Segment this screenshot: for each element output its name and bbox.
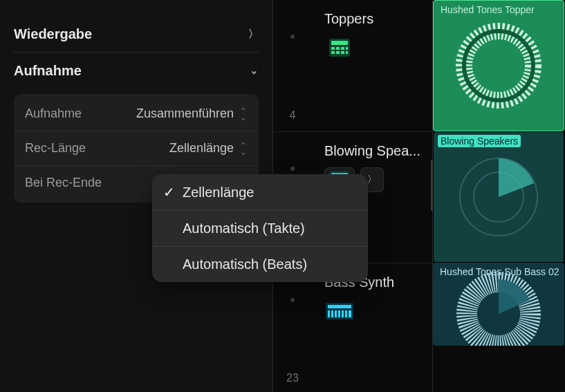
svg-rect-2 <box>331 47 335 50</box>
svg-rect-23 <box>331 310 333 317</box>
record-mode-label: Aufnahme <box>25 106 82 121</box>
checkmark-icon: ✓ <box>163 184 183 200</box>
waveform-ring-icon <box>447 265 550 346</box>
loop-cell[interactable]: Hushed Tones Topper <box>433 0 564 131</box>
track-row[interactable]: 4 Toppers <box>273 0 434 131</box>
playback-title: Wiedergabe <box>14 26 92 42</box>
svg-rect-26 <box>342 310 344 317</box>
track-number: 4 <box>290 109 296 122</box>
dropdown-item-zellenlaenge[interactable]: ✓ Zellenlänge <box>152 174 368 210</box>
dropdown-item-label: Automatisch (Takte) <box>183 221 305 236</box>
at-rec-end-label: Bei Rec-Ende <box>25 176 102 190</box>
dropdown-item-auto-beats[interactable]: Automatisch (Beats) <box>152 246 368 282</box>
svg-rect-8 <box>341 51 344 54</box>
svg-rect-27 <box>345 310 347 317</box>
live-loop-cells: Hushed Tones Topper Blowing Speakers Hus… <box>433 0 565 392</box>
svg-rect-3 <box>336 47 340 50</box>
rec-length-dropdown: ✓ Zellenlänge Automatisch (Takte) Automa… <box>152 174 368 282</box>
loop-cell[interactable]: Hushed Tones Sub Bass 02 <box>433 263 564 346</box>
svg-rect-7 <box>336 51 340 54</box>
drum-machine-icon[interactable] <box>324 35 355 60</box>
rec-length-value: Zellenlänge <box>169 141 234 156</box>
svg-rect-21 <box>328 305 351 308</box>
dot-icon <box>290 167 295 171</box>
dropdown-item-auto-takte[interactable]: Automatisch (Takte) <box>152 210 368 246</box>
track-title: Blowing Spea... <box>324 143 424 159</box>
track-number: 23 <box>286 372 299 384</box>
record-mode-row[interactable]: Aufnahme Zusammenführen ⌃⌄ <box>14 97 259 131</box>
playback-section-header[interactable]: Wiedergabe 〉 <box>14 17 259 53</box>
track-row[interactable]: 23 Bass Synth <box>273 263 434 392</box>
chevron-down-icon: ⌄ <box>250 64 259 77</box>
chevron-right-icon: 〉 <box>248 28 259 41</box>
dropdown-item-label: Automatisch (Beats) <box>183 256 307 272</box>
svg-rect-28 <box>349 310 351 317</box>
waveform-ring-icon <box>447 14 550 118</box>
track-number-column: 4 <box>273 0 312 131</box>
dropdown-item-label: Zellenlänge <box>183 185 254 200</box>
svg-rect-5 <box>346 47 348 50</box>
progress-ring-icon <box>447 145 550 249</box>
svg-rect-24 <box>335 310 337 317</box>
dot-icon <box>290 298 295 302</box>
svg-rect-9 <box>346 51 348 54</box>
synth-icon[interactable] <box>324 299 355 324</box>
dot-icon <box>290 35 295 39</box>
rec-length-row[interactable]: Rec-Länge Zellenlänge ⌃⌄ <box>14 131 259 165</box>
svg-point-30 <box>464 31 533 100</box>
record-mode-value: Zusammenführen <box>136 106 234 121</box>
updown-icon: ⌃⌄ <box>239 143 248 154</box>
track-number-column: 23 <box>273 263 312 392</box>
rec-length-label: Rec-Länge <box>25 141 86 156</box>
record-section-header[interactable]: Aufnahme ⌄ <box>14 53 259 88</box>
svg-rect-6 <box>331 51 335 54</box>
svg-rect-22 <box>328 310 330 317</box>
svg-rect-25 <box>338 310 340 317</box>
track-title: Toppers <box>324 11 424 27</box>
record-title: Aufnahme <box>14 63 82 79</box>
svg-rect-1 <box>331 41 348 45</box>
svg-rect-4 <box>341 47 344 50</box>
updown-icon: ⌃⌄ <box>239 109 248 120</box>
loop-cell[interactable]: Blowing Speakers <box>433 131 564 263</box>
